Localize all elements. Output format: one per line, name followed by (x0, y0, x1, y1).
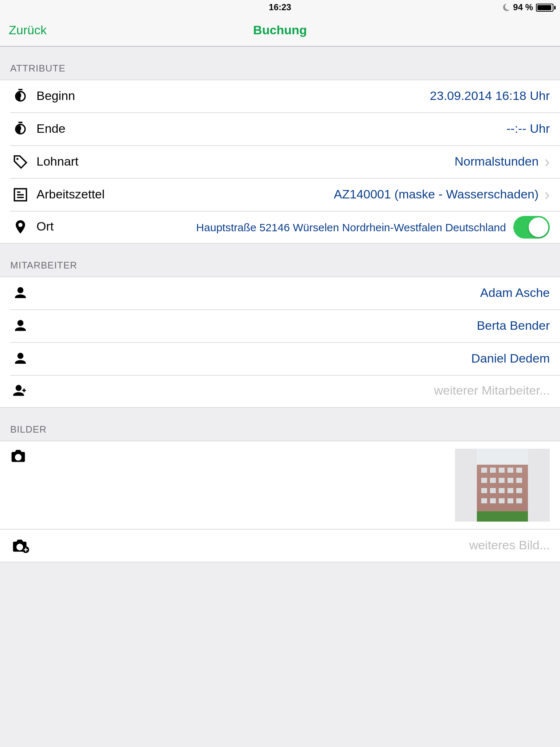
label-lohnart: Lohnart (36, 154, 78, 169)
back-button[interactable]: Zurück (0, 23, 47, 38)
label-ende: Ende (36, 121, 65, 136)
tag-icon (10, 154, 31, 170)
attribute-group: Beginn 23.09.2014 16:18 Uhr Ende --:-- U… (0, 80, 560, 244)
mitarbeiter-name: Daniel Dedem (471, 351, 550, 366)
label-arbeitszettel: Arbeitszettel (36, 187, 105, 202)
row-lohnart[interactable]: Lohnart Normalstunden › (0, 145, 560, 178)
mitarbeiter-name: Adam Asche (480, 286, 550, 301)
row-mitarbeiter[interactable]: Berta Bender (0, 309, 560, 342)
stopwatch-icon (10, 88, 31, 104)
do-not-disturb-icon (501, 3, 510, 12)
add-photo-placeholder: weiteres Bild... (469, 538, 550, 553)
mitarbeiter-name: Berta Bender (477, 318, 550, 333)
section-header-bilder: Bilder (0, 408, 560, 441)
row-add-mitarbeiter[interactable]: weiterer Mitarbeiter... (0, 375, 560, 408)
nav-bar: Zurück Buchung (0, 15, 560, 47)
battery-icon (536, 3, 556, 11)
camera-add-icon (10, 538, 31, 553)
value-beginn: 23.09.2014 16:18 Uhr (430, 89, 550, 104)
row-arbeitszettel[interactable]: Arbeitszettel AZ140001 (maske - Wassersc… (0, 178, 560, 211)
svg-point-6 (16, 455, 20, 459)
page-title: Buchung (253, 23, 307, 38)
status-bar: 16:23 94 % (0, 0, 560, 15)
row-ort[interactable]: Ort Hauptstraße 52146 Würselen Nordrhein… (0, 211, 560, 244)
row-ende[interactable]: Ende --:-- Uhr (0, 112, 560, 145)
row-beginn[interactable]: Beginn 23.09.2014 16:18 Uhr (0, 80, 560, 112)
stopwatch-icon (10, 121, 31, 137)
svg-point-0 (16, 158, 19, 160)
section-header-mitarbeiter: Mitarbeiter (0, 244, 560, 276)
add-mitarbeiter-placeholder: weiterer Mitarbeiter... (434, 384, 550, 398)
section-header-attribute: Attribute (0, 47, 560, 80)
location-pin-icon (10, 218, 31, 236)
value-lohnart: Normalstunden (455, 154, 539, 169)
add-photo-group: weiteres Bild... (0, 530, 560, 562)
value-ende: --:-- Uhr (506, 121, 550, 136)
svg-point-7 (18, 545, 22, 549)
value-ort: Hauptstraße 52146 Würselen Nordrhein-Wes… (196, 221, 506, 233)
person-add-icon (10, 384, 31, 398)
person-icon (10, 286, 31, 301)
person-icon (10, 318, 31, 333)
chevron-right-icon: › (544, 154, 550, 170)
camera-icon (10, 449, 31, 463)
chevron-right-icon: › (544, 186, 550, 202)
label-ort: Ort (36, 220, 54, 234)
photo-thumbnail[interactable] (455, 449, 550, 522)
svg-point-5 (19, 223, 23, 227)
location-toggle[interactable] (513, 216, 550, 238)
battery-percent: 94 % (513, 2, 533, 12)
label-beginn: Beginn (36, 89, 75, 104)
row-add-photo[interactable]: weiteres Bild... (0, 530, 560, 562)
document-icon (10, 186, 31, 202)
row-mitarbeiter[interactable]: Adam Asche (0, 276, 560, 309)
status-time: 16:23 (269, 2, 291, 12)
value-arbeitszettel: AZ140001 (maske - Wasserschaden) (334, 187, 538, 202)
row-photo[interactable] (0, 441, 560, 530)
row-mitarbeiter[interactable]: Daniel Dedem (0, 342, 560, 375)
mitarbeiter-group: Adam Asche Berta Bender Daniel Dedem wei… (0, 276, 560, 408)
person-icon (10, 351, 31, 366)
